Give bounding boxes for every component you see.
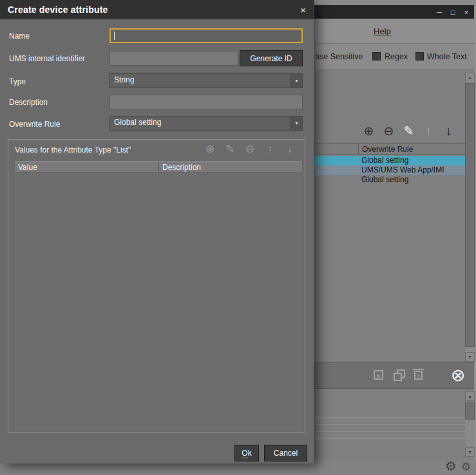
settings-gear-icon[interactable]: ⚙ (445, 458, 457, 474)
remove-icon[interactable]: ⊖ (383, 124, 395, 138)
ok-button[interactable]: Ok (234, 445, 259, 461)
list-row-text: Global setting (361, 175, 408, 184)
chevron-down-icon[interactable]: ▼ (290, 74, 302, 88)
description-input[interactable] (109, 95, 303, 109)
cancel-label: Cancel (274, 449, 298, 458)
description-label: Description (9, 98, 48, 107)
window-close-icon[interactable]: × (462, 8, 470, 16)
edit-icon[interactable]: ✎ (403, 124, 415, 138)
case-sensitive-label: ase Sensitive (315, 52, 363, 61)
scroll-up-icon[interactable]: ▲ (465, 391, 475, 401)
overwrite-rule-label: Overwrite Rule (9, 120, 60, 129)
list-toolbar: ⊕ ⊖ ✎ ↑ ↓ (363, 124, 455, 138)
cancel-button[interactable]: Cancel (264, 445, 307, 461)
move-down-icon[interactable]: ↓ (284, 143, 296, 156)
type-label: Type (9, 77, 26, 86)
move-up-icon[interactable]: ↑ (423, 124, 435, 138)
values-group: Values for the Attribute Type "List" ⊕ ✎… (8, 139, 305, 433)
column-header-description[interactable]: Description (159, 162, 302, 172)
regex-label: Regex (385, 52, 408, 61)
type-select-value: String (114, 75, 134, 84)
add-icon[interactable]: ⊕ (204, 143, 216, 156)
values-toolbar: ⊕ ✎ ⊖ ↑ ↓ (204, 143, 296, 156)
move-up-icon[interactable]: ↑ (264, 143, 276, 156)
help-link[interactable]: Help (374, 26, 391, 36)
maximize-icon[interactable]: □ (449, 8, 457, 16)
dialog-title: Create device attribute (8, 5, 300, 15)
dialog-close-icon[interactable]: × (300, 5, 306, 15)
x-square-icon[interactable]: × (374, 370, 383, 380)
overwrite-rule-select[interactable]: Global setting ▼ (109, 116, 303, 131)
move-down-icon[interactable]: ↓ (443, 124, 455, 138)
regex-checkbox[interactable] (372, 52, 381, 61)
chevron-down-icon[interactable]: ▼ (290, 116, 302, 130)
ums-identifier-label: UMS internal identifier (9, 54, 85, 63)
copy-icon[interactable] (394, 369, 405, 380)
remove-icon[interactable]: ⊖ (244, 143, 256, 156)
clear-circle-x-icon[interactable]: ⊗ (451, 364, 466, 386)
ok-mnemonic: O (242, 449, 247, 458)
vertical-scrollbar[interactable]: ▲ ▼ (465, 73, 475, 362)
dialog-titlebar: Create device attribute × (0, 0, 314, 19)
scrollbar-thumb[interactable] (465, 83, 475, 347)
generate-id-label: Generate ID (250, 54, 292, 63)
name-label: Name (9, 32, 30, 41)
delete-icon[interactable]: × (414, 371, 423, 380)
values-group-title: Values for the Attribute Type "List" (15, 145, 131, 154)
scroll-down-icon[interactable]: ▼ (465, 447, 475, 457)
screen: ─ □ × Help ase Sensitive Regex Whole Tex… (0, 0, 476, 475)
type-select[interactable]: String ▼ (109, 73, 303, 88)
text-caret (114, 32, 115, 40)
overwrite-rule-column-header[interactable]: Overwrite Rule (358, 144, 466, 154)
minimize-icon[interactable]: ─ (435, 8, 443, 16)
add-icon[interactable]: ⊕ (363, 124, 375, 138)
list-row-text: UMS/UMS Web App/IMI (361, 165, 444, 174)
generate-id-button[interactable]: Generate ID (240, 50, 303, 66)
create-device-attribute-dialog: Create device attribute × Name UMS inter… (0, 0, 314, 463)
scrollbar-thumb[interactable] (465, 402, 475, 420)
scroll-down-icon[interactable]: ▼ (465, 352, 475, 362)
whole-text-label: Whole Text (427, 52, 467, 61)
column-header-value[interactable]: Value (15, 162, 159, 172)
values-table-body[interactable] (15, 173, 302, 431)
vertical-scrollbar[interactable]: ▲ ▼ (465, 391, 475, 457)
settings-gear-icon-2[interactable]: ⚙ (461, 460, 471, 474)
scroll-up-icon[interactable]: ▲ (465, 73, 475, 82)
values-table: Value Description (15, 161, 302, 431)
overwrite-rule-value: Global setting (114, 118, 161, 127)
list-row-text: Global setting (361, 156, 408, 165)
values-table-header: Value Description (15, 161, 302, 173)
ok-label-rest: k (248, 449, 252, 458)
name-input[interactable] (109, 28, 303, 43)
edit-icon[interactable]: ✎ (224, 143, 236, 156)
ums-identifier-input[interactable] (109, 51, 238, 66)
whole-text-checkbox[interactable] (415, 52, 424, 61)
